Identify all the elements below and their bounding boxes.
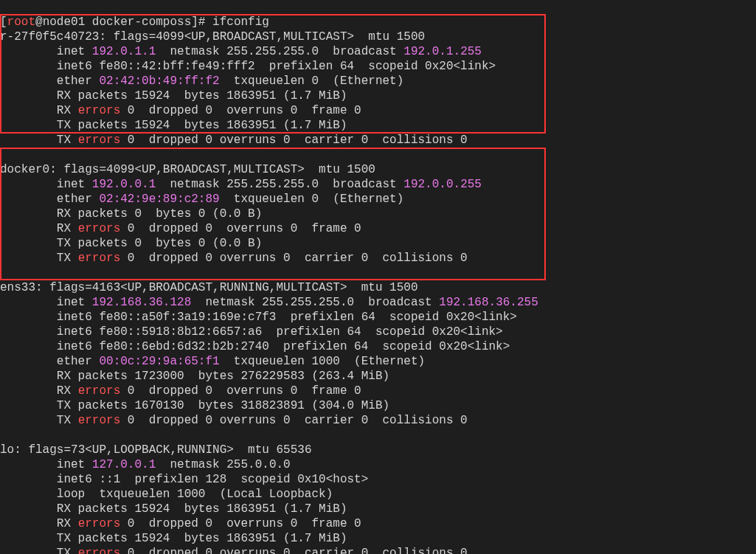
br-tx-packets: TX packets 15924 bytes 1863951 (1.7 MiB) bbox=[0, 119, 347, 132]
docker0-tx-err: errors bbox=[78, 252, 121, 265]
br-rx-err-pre: RX bbox=[0, 104, 78, 117]
lo-tx-err-post: 0 dropped 0 overruns 0 carrier 0 collisi… bbox=[120, 547, 467, 554]
command-text: ifconfig bbox=[212, 15, 269, 29]
br-tx-err-pre: TX bbox=[0, 134, 78, 147]
docker0-rx-err-post: 0 dropped 0 overruns 0 frame 0 bbox=[120, 222, 361, 235]
docker0-inet-addr: 192.0.0.1 bbox=[92, 178, 156, 191]
lo-tx-err: errors bbox=[78, 547, 121, 554]
lo-inet6: inet6 ::1 prefixlen 128 scopeid 0x10<hos… bbox=[0, 473, 368, 486]
lo-rx-err-post: 0 dropped 0 overruns 0 frame 0 bbox=[120, 517, 361, 530]
prompt-space bbox=[85, 15, 92, 29]
docker0-broadcast: 192.0.0.255 bbox=[403, 178, 482, 191]
br-inet-mid: netmask 255.255.255.0 broadcast bbox=[156, 45, 403, 58]
ens33-tx-err-pre: TX bbox=[0, 414, 78, 427]
ens33-tx-packets: TX packets 1670130 bytes 318823891 (304.… bbox=[0, 399, 389, 412]
lo-flags: flags=73<UP,LOOPBACK,RUNNING> mtu 65536 bbox=[21, 443, 312, 457]
ens33-tx-err: errors bbox=[78, 414, 121, 427]
lo-iface-name: lo: bbox=[0, 443, 21, 457]
br-inet-pre: inet bbox=[0, 45, 92, 58]
ens33-rx-err: errors bbox=[78, 384, 121, 398]
docker0-ether-post: txqueuelen 0 (Ethernet) bbox=[220, 193, 404, 206]
lo-loop: loop txqueuelen 1000 (Local Loopback) bbox=[0, 488, 333, 501]
prompt-close: ]# bbox=[191, 15, 212, 29]
br-inet6: inet6 fe80::42:bff:fe49:fff2 prefixlen 6… bbox=[0, 60, 496, 73]
br-tx-err-post: 0 dropped 0 overruns 0 carrier 0 collisi… bbox=[120, 134, 467, 147]
lo-rx-packets: RX packets 15924 bytes 1863951 (1.7 MiB) bbox=[0, 502, 347, 516]
terminal-output: [root@node01 docker-composs]# ifconfig r… bbox=[0, 0, 756, 554]
lo-rx-err: errors bbox=[78, 517, 121, 530]
prompt-open: [ bbox=[0, 15, 7, 29]
docker0-inet-pre: inet bbox=[0, 178, 92, 191]
ens33-inet6b: inet6 fe80::5918:8b12:6657:a6 prefixlen … bbox=[0, 325, 503, 339]
ens33-broadcast: 192.168.36.255 bbox=[439, 296, 538, 309]
prompt-user: root bbox=[7, 15, 35, 29]
lo-inet-pre: inet bbox=[0, 458, 92, 471]
prompt-path: docker-composs bbox=[92, 15, 191, 29]
ens33-iface-name: ens33: bbox=[0, 281, 43, 294]
br-flags: flags=4099<UP,BROADCAST,MULTICAST> mtu 1… bbox=[106, 30, 425, 44]
ens33-rx-err-pre: RX bbox=[0, 384, 78, 398]
docker0-rx-err-pre: RX bbox=[0, 222, 78, 235]
br-broadcast: 192.0.1.255 bbox=[403, 45, 482, 58]
lo-rx-err-pre: RX bbox=[0, 517, 78, 530]
lo-tx-packets: TX packets 15924 bytes 1863951 (1.7 MiB) bbox=[0, 532, 347, 545]
br-rx-err: errors bbox=[78, 104, 121, 117]
docker0-inet-mid: netmask 255.255.255.0 broadcast bbox=[156, 178, 403, 191]
ens33-ether-post: txqueuelen 1000 (Ethernet) bbox=[220, 355, 425, 368]
docker0-tx-packets: TX packets 0 bytes 0 (0.0 B) bbox=[0, 237, 262, 250]
docker0-iface-name: docker0: bbox=[0, 163, 57, 176]
ens33-flags: flags=4163<UP,BROADCAST,RUNNING,MULTICAS… bbox=[43, 281, 418, 294]
lo-tx-err-pre: TX bbox=[0, 547, 78, 554]
br-ether-post: txqueuelen 0 (Ethernet) bbox=[220, 75, 404, 88]
br-ether: 02:42:0b:49:ff:f2 bbox=[99, 75, 219, 88]
ens33-ether: 00:0c:29:9a:65:f1 bbox=[99, 355, 219, 368]
lo-inet-addr: 127.0.0.1 bbox=[92, 458, 156, 471]
docker0-rx-err: errors bbox=[78, 222, 121, 235]
br-iface-name: r-27f0f5c40723: bbox=[0, 30, 106, 44]
prompt-host: node01 bbox=[43, 15, 86, 29]
docker0-tx-err-pre: TX bbox=[0, 252, 78, 265]
br-rx-err-post: 0 dropped 0 overruns 0 frame 0 bbox=[120, 104, 361, 117]
ens33-inet-addr: 192.168.36.128 bbox=[92, 296, 191, 309]
docker0-flags: flags=4099<UP,BROADCAST,MULTICAST> mtu 1… bbox=[57, 163, 375, 176]
ens33-tx-err-post: 0 dropped 0 overruns 0 carrier 0 collisi… bbox=[120, 414, 467, 427]
ens33-inet6c: inet6 fe80::6ebd:6d32:b2b:2740 prefixlen… bbox=[0, 340, 510, 353]
ens33-inet6a: inet6 fe80::a50f:3a19:169e:c7f3 prefixle… bbox=[0, 311, 517, 324]
br-rx-packets: RX packets 15924 bytes 1863951 (1.7 MiB) bbox=[0, 89, 347, 103]
ens33-rx-err-post: 0 dropped 0 overruns 0 frame 0 bbox=[120, 384, 361, 398]
br-ether-pre: ether bbox=[0, 75, 99, 88]
docker0-ether: 02:42:9e:89:c2:89 bbox=[99, 193, 219, 206]
br-tx-err: errors bbox=[78, 134, 121, 147]
docker0-ether-pre: ether bbox=[0, 193, 99, 206]
ens33-rx-packets: RX packets 1723000 bytes 276229583 (263.… bbox=[0, 370, 389, 383]
docker0-tx-err-post: 0 dropped 0 overruns 0 carrier 0 collisi… bbox=[120, 252, 467, 265]
ens33-inet-mid: netmask 255.255.255.0 broadcast bbox=[191, 296, 439, 309]
prompt-at: @ bbox=[35, 15, 43, 29]
br-inet-addr: 192.0.1.1 bbox=[92, 45, 156, 58]
lo-inet-post: netmask 255.0.0.0 bbox=[156, 458, 290, 471]
ens33-ether-pre: ether bbox=[0, 355, 99, 368]
ens33-inet-pre: inet bbox=[0, 296, 92, 309]
docker0-rx-packets: RX packets 0 bytes 0 (0.0 B) bbox=[0, 207, 262, 221]
